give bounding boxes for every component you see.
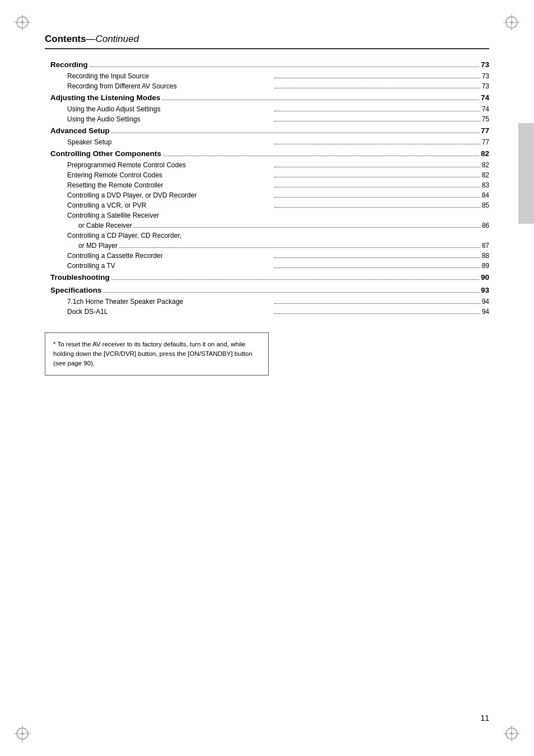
toc-page-controlling: 82 [481,148,489,160]
corner-mark-bl [11,722,34,745]
toc-item-cd-player: Controlling a CD Player, CD Recorder, or… [67,231,489,251]
toc-item-advanced: Advanced Setup 77 [50,125,489,137]
toc-section-troubleshooting: Troubleshooting 90 [50,272,489,284]
toc-page-specifications: 93 [481,285,489,297]
note-box: * To reset the AV receiver to its factor… [45,332,269,376]
toc-item-recording-av: Recording from Different AV Sources 73 [67,81,489,91]
toc-page-advanced: 77 [481,125,489,137]
svg-point-3 [21,21,24,24]
toc-section-recording: Recording 73 Recording the Input Source … [50,59,489,91]
toc-item-home-theater: 7.1ch Home Theater Speaker Package 94 [67,297,489,307]
note-symbol: * [53,341,55,348]
note-text: To reset the AV receiver to its factory … [53,341,252,367]
toc-item-audio-settings: Using the Audio Settings 75 [67,114,489,124]
toc-item-resetting: Resetting the Remote Controller 83 [67,180,489,190]
toc-item-dock: Dock DS-A1L 94 [67,307,489,317]
toc-sub-controlling: Preprogrammed Remote Control Codes 82 En… [50,160,489,271]
toc-page-recording: 73 [481,59,489,71]
toc-item-satellite: Controlling a Satellite Receiver or Cabl… [67,210,489,231]
toc-item-tv: Controlling a TV 89 [67,261,489,271]
page: 11 Contents —Continued Recording 73 Reco… [0,0,534,756]
svg-point-15 [510,732,513,735]
svg-point-7 [510,21,513,24]
toc-item-vcr: Controlling a VCR, or PVR 85 [67,200,489,210]
toc-label-recording: Recording [50,59,481,71]
toc-item-cassette: Controlling a Cassette Recorder 88 [67,251,489,261]
toc-section-specifications: Specifications 93 7.1ch Home Theater Spe… [50,285,489,317]
toc-sub-adjusting: Using the Audio Adjust Settings 74 Using… [50,104,489,124]
toc-item-specifications: Specifications 93 [50,285,489,297]
toc-item-audio-adjust: Using the Audio Adjust Settings 74 [67,104,489,114]
toc-item-adjusting: Adjusting the Listening Modes 74 [50,92,489,104]
toc-label-advanced: Advanced Setup [50,125,481,137]
toc-item-dvd-player: Controlling a DVD Player, or DVD Recorde… [67,190,489,200]
toc-sub-specifications: 7.1ch Home Theater Speaker Package 94 Do… [50,297,489,317]
toc-page-troubleshooting: 90 [481,272,489,284]
toc-section-controlling: Controlling Other Components 82 Preprogr… [50,148,489,271]
toc-page-adjusting: 74 [481,92,489,104]
page-number: 11 [480,713,489,722]
toc-item-entering-codes: Entering Remote Control Codes 82 [67,170,489,180]
corner-mark-tl [11,11,34,34]
toc-item-preprogrammed: Preprogrammed Remote Control Codes 82 [67,160,489,170]
toc-item-recording: Recording 73 [50,59,489,71]
toc-sub-advanced: Speaker Setup 77 [50,137,489,147]
toc-item-speaker-setup: Speaker Setup 77 [67,137,489,147]
toc-item-recording-input: Recording the Input Source 73 [67,71,489,81]
table-of-contents: Recording 73 Recording the Input Source … [45,59,489,317]
toc-item-controlling: Controlling Other Components 82 [50,148,489,160]
toc-section-advanced: Advanced Setup 77 Speaker Setup 77 [50,125,489,147]
toc-label-troubleshooting: Troubleshooting [50,272,481,284]
toc-label-controlling: Controlling Other Components [50,148,481,160]
svg-point-11 [21,732,24,735]
toc-sub-recording: Recording the Input Source 73 Recording … [50,71,489,91]
toc-label-specifications: Specifications [50,285,481,297]
toc-section-adjusting: Adjusting the Listening Modes 74 Using t… [50,92,489,124]
title-bold: Contents [45,34,86,45]
corner-mark-tr [500,11,523,34]
toc-label-adjusting: Adjusting the Listening Modes [50,92,481,104]
toc-dots [90,67,479,67]
toc-item-troubleshooting: Troubleshooting 90 [50,272,489,284]
chapter-tab [518,123,534,224]
title-bar: Contents —Continued [45,34,489,49]
title-italic: —Continued [86,34,139,45]
corner-mark-br [500,722,523,745]
